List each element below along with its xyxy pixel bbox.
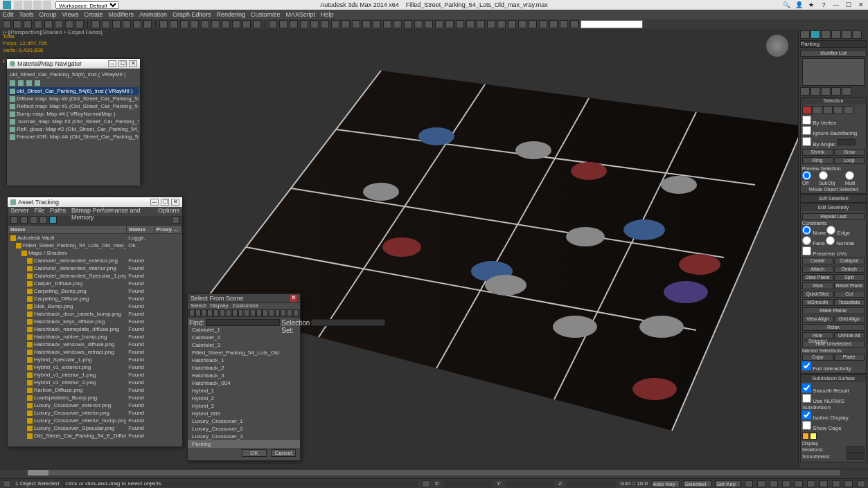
toolbar-icon[interactable] — [321, 20, 329, 28]
toolbar-icon[interactable] — [3, 20, 11, 28]
filter-icon[interactable] — [281, 309, 286, 316]
toolbar-icon[interactable] — [508, 20, 516, 28]
loop-button[interactable]: Loop — [834, 157, 865, 164]
toolbar-icon[interactable] — [529, 20, 537, 28]
filter-icon[interactable] — [213, 309, 219, 316]
table-row[interactable]: Old_Street_Car_Parking_54_E_Fresnel.pngF… — [8, 440, 182, 440]
view-align-button[interactable]: View Align — [802, 316, 833, 323]
list-item[interactable]: Luxury_Crossover_2 — [188, 425, 300, 433]
toolbar-icon[interactable] — [211, 20, 220, 28]
rollout-softsel[interactable]: Soft Selection — [801, 195, 866, 202]
minimize-button[interactable]: — — [150, 199, 159, 206]
grid-align-button[interactable]: Grid Align — [834, 316, 865, 323]
smoothness-spinner[interactable] — [847, 453, 865, 460]
favorites-icon[interactable]: ★ — [807, 1, 815, 9]
filter-icon[interactable] — [232, 309, 238, 316]
grow-button[interactable]: Grow — [834, 149, 865, 156]
minimize-button[interactable]: — — [832, 1, 840, 9]
goto-end-icon[interactable] — [795, 480, 803, 487]
col-status[interactable]: Status — [126, 226, 154, 234]
filter-icon[interactable] — [256, 309, 262, 316]
find-input[interactable] — [206, 319, 280, 326]
ok-button[interactable]: OK — [242, 449, 267, 457]
menu-animation[interactable]: Animation — [139, 11, 167, 18]
tree-item[interactable]: Reflect map: Map #1 (Old_Street_Car_Park… — [8, 102, 139, 110]
maxscript-icon[interactable] — [3, 480, 11, 487]
toolbar-icon[interactable] — [191, 20, 199, 28]
collapse-button[interactable]: Collapse — [834, 257, 865, 264]
table-row[interactable]: Hatchback_windows_refract.pngFound — [8, 348, 182, 356]
tree-item[interactable]: normal_map: Map #3 (Old_Street_Car_Parki… — [8, 118, 139, 125]
autokey-button[interactable]: Auto Key — [652, 480, 680, 487]
toolbar-icon[interactable] — [170, 20, 178, 28]
table-row[interactable]: Loudspeakers_Bump.pngFound — [8, 394, 182, 401]
toolbar-icon[interactable] — [477, 20, 485, 28]
maximize-button[interactable]: ☐ — [118, 60, 127, 67]
nav-icon[interactable] — [844, 480, 853, 487]
quickslice-button[interactable]: QuickSlice — [802, 291, 833, 298]
lock-icon[interactable] — [422, 480, 430, 487]
by-angle-check[interactable]: By Angle: — [802, 137, 836, 147]
menu-grapheditors[interactable]: Graph Editors — [172, 11, 211, 18]
toolbar-icon[interactable] — [560, 20, 568, 28]
toolbar-icon[interactable] — [425, 20, 433, 28]
tree-item[interactable]: Refl. gloss: Map #2 (Old_Street_Car_Park… — [8, 125, 139, 133]
modifier-list-dropdown[interactable]: Modifier List — [800, 50, 867, 57]
menu-maxscript[interactable]: MAXScript — [286, 11, 316, 18]
table-row[interactable]: Disk_Bump.pngFound — [8, 302, 182, 310]
toolbar-icon[interactable] — [310, 20, 319, 28]
smooth-result-check[interactable]: Smooth Result — [802, 388, 849, 394]
table-row[interactable]: Old_Street_Car_Parking_54_E_Diffuse.pngF… — [8, 432, 182, 440]
subobj-vertex[interactable] — [802, 106, 812, 114]
table-row[interactable]: Luxury_Crossover_Specular.pngFound — [8, 424, 182, 432]
stack-icon[interactable] — [811, 87, 820, 96]
tab-modify[interactable] — [811, 30, 820, 39]
toolbar-icon[interactable] — [445, 20, 454, 28]
table-row[interactable]: Cabriolet_debranded_exterior.pngFound — [8, 257, 182, 264]
tree-item[interactable]: Fresnel IOR: Map #4 (Old_Street_Car_Park… — [8, 133, 139, 141]
toolbar-icon[interactable] — [30, 216, 37, 224]
filter-icon[interactable] — [293, 309, 299, 316]
toolbar-input[interactable] — [581, 20, 643, 28]
menu-create[interactable]: Create — [84, 11, 103, 18]
goto-start-icon[interactable] — [745, 480, 753, 487]
filter-icon[interactable] — [207, 309, 213, 316]
prev-frame-icon[interactable] — [757, 480, 765, 487]
qat-icon[interactable] — [14, 1, 22, 9]
tab-hierarchy[interactable] — [821, 30, 831, 39]
table-row[interactable]: Autodesk VaultLogge.. — [8, 234, 182, 242]
tab-motion[interactable] — [831, 30, 841, 39]
view-icon[interactable] — [26, 80, 32, 86]
toolbar-icon[interactable] — [518, 20, 526, 28]
preserve-uv-check[interactable]: Preserve UVs — [802, 251, 847, 257]
coord-x[interactable] — [444, 480, 493, 487]
filter-icon[interactable] — [202, 309, 207, 316]
toolbar-icon[interactable] — [383, 20, 391, 28]
toolbar-icon[interactable] — [49, 216, 57, 224]
maximize-button[interactable]: ☐ — [844, 1, 853, 9]
view-icon[interactable] — [10, 80, 15, 86]
tessellate-button[interactable]: Tessellate — [834, 299, 865, 306]
toolbar-icon[interactable] — [65, 20, 73, 28]
stack-icon[interactable] — [842, 87, 851, 96]
toolbar-icon[interactable] — [24, 20, 32, 28]
msmooth-button[interactable]: MSmooth — [802, 299, 833, 306]
toolbar-icon[interactable] — [466, 20, 475, 28]
attach-button[interactable]: Attach — [802, 266, 833, 273]
table-row[interactable]: Carpeting_Diffuse.pngFound — [8, 295, 182, 302]
toolbar-icon[interactable] — [279, 20, 287, 28]
table-row[interactable]: Hatchback_door_panels_bump.pngFound — [8, 310, 182, 318]
filter-icon[interactable] — [226, 309, 231, 316]
filter-icon[interactable] — [244, 309, 249, 316]
filter-icon[interactable] — [189, 309, 195, 316]
nurms-check[interactable]: Use NURMS Subdivision — [802, 398, 844, 410]
selected-dropdown[interactable]: Selected — [684, 480, 711, 487]
coord-y[interactable] — [506, 480, 554, 487]
rollout-selection[interactable]: Selection — [801, 98, 866, 105]
toolbar-icon[interactable] — [300, 20, 308, 28]
menu-tools[interactable]: Tools — [19, 11, 34, 18]
toolbar-icon[interactable] — [435, 20, 443, 28]
menu-customize[interactable]: Customize — [232, 302, 258, 309]
filter-icon[interactable] — [250, 309, 256, 316]
tab-utilities[interactable] — [852, 30, 862, 39]
